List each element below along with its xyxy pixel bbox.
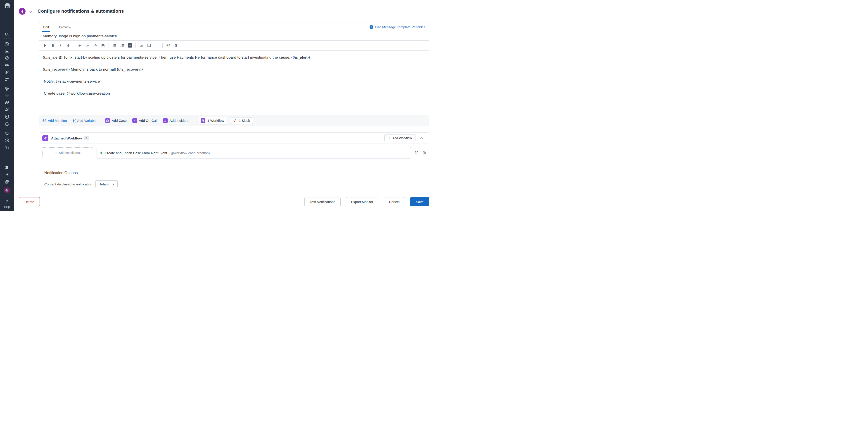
add-case-label: Add Case — [112, 119, 127, 122]
toolbar-divider — [135, 43, 136, 48]
workflow-name: Create and Enrich Case From Alert Event — [105, 151, 167, 155]
delete-workflow-trash-icon[interactable] — [422, 151, 426, 155]
case-icon — [105, 118, 110, 123]
sidebar-divider — [3, 129, 11, 129]
workflow-handle: (@workflow-case-creation) — [169, 151, 210, 155]
datadog-logo-icon[interactable] — [3, 2, 11, 11]
cancel-button[interactable]: Cancel — [384, 197, 405, 206]
notification-title-input[interactable]: Memory usage is high on payments-service — [39, 32, 429, 40]
status-dot — [100, 152, 102, 154]
use-template-variables-link[interactable]: ? Use Message Template Variables — [370, 22, 425, 32]
collapse-section-chevron-icon[interactable] — [420, 137, 424, 139]
task-list-button[interactable] — [127, 43, 133, 49]
insert-image-button[interactable] — [138, 43, 145, 49]
toolbar-divider — [108, 43, 109, 48]
editor-footer-bar: @ Add Mention {{ Add Variable Add Case A… — [39, 115, 429, 126]
llm-observability-icon[interactable] — [3, 121, 11, 127]
content-displayed-dropdown[interactable]: Default — [95, 180, 118, 188]
sidebar-divider — [3, 196, 11, 196]
tab-preview[interactable]: Preview — [59, 22, 71, 32]
software-catalog-icon[interactable] — [3, 100, 11, 106]
cross-org-icon[interactable] — [3, 179, 11, 185]
add-case-button[interactable]: Add Case — [105, 118, 127, 123]
variable-button[interactable]: {{ — [173, 43, 179, 49]
mention-button[interactable]: @ — [165, 43, 172, 49]
svg-text:1: 1 — [121, 44, 121, 45]
history-icon[interactable] — [3, 41, 11, 47]
add-incident-button[interactable]: Add Incident — [163, 118, 188, 123]
heading-button[interactable]: H — [42, 43, 49, 49]
slack-count-chip[interactable]: 1 Slack — [231, 117, 253, 124]
add-mention-link[interactable]: @ Add Mention — [42, 118, 67, 123]
insert-table-button[interactable] — [146, 43, 152, 49]
add-workflow-label: Add Workflow — [393, 136, 412, 140]
test-notifications-button[interactable]: Test Notifications — [304, 197, 340, 206]
attached-workflow-card: Attached Workflow 1 + Add Workflow + Add… — [39, 133, 429, 162]
horizontal-rule-button[interactable]: — — [154, 43, 160, 49]
watchdog-icon[interactable] — [3, 62, 11, 68]
message-body-editor[interactable]: {{#is_alert}} To fix, start by scaling u… — [39, 51, 429, 115]
mention-icon: @ — [42, 118, 46, 123]
workflow-icon — [42, 135, 49, 141]
ai-assistant-icon[interactable] — [3, 172, 11, 178]
code-block-button[interactable] — [100, 43, 106, 49]
monitors-icon[interactable] — [3, 55, 11, 61]
metrics-icon[interactable] — [3, 48, 11, 54]
inline-code-button[interactable]: </> — [92, 43, 98, 49]
add-incident-label: Add Incident — [169, 119, 188, 122]
workflow-icon — [200, 118, 205, 123]
step-collapse-chevron-icon[interactable] — [29, 10, 32, 14]
help-icon[interactable]: ? — [3, 198, 11, 205]
performance-icon[interactable] — [3, 137, 11, 144]
notification-options-heading: Notification Options — [44, 171, 78, 175]
sidebar-divider — [3, 38, 11, 39]
add-mention-label: Add Mention — [48, 119, 67, 122]
editor-toolbar: H B I S ” </> 12 — [39, 40, 429, 51]
ci-pipelines-icon[interactable] — [3, 106, 11, 113]
slack-chip-label: 1 Slack — [239, 119, 250, 122]
on-call-icon — [132, 118, 137, 123]
error-tracking-icon[interactable] — [3, 130, 11, 137]
tab-edit[interactable]: Edit — [43, 22, 50, 32]
link-button[interactable] — [77, 43, 83, 49]
add-on-call-button[interactable]: Add On-Call — [132, 118, 157, 123]
integrations-icon[interactable] — [3, 68, 11, 75]
workflows-icon[interactable] — [3, 76, 11, 82]
add-variable-label: Add Variable — [77, 119, 96, 122]
message-line: {{#is_recovery}} Memory is back to norma… — [43, 67, 425, 72]
plus-icon: + — [388, 137, 390, 139]
toolbar-divider — [74, 43, 74, 48]
add-variable-link[interactable]: {{ Add Variable — [73, 119, 96, 122]
add-conditional-label: Add conditional — [59, 151, 81, 154]
log-management-icon[interactable] — [3, 144, 11, 150]
attached-workflow-title: Attached Workflow — [51, 136, 82, 140]
incident-icon — [163, 118, 168, 123]
search-icon[interactable] — [3, 31, 11, 37]
add-workflow-button[interactable]: + Add Workflow — [384, 134, 415, 142]
notification-content-row: Content displayed in notification Defaul… — [44, 180, 118, 188]
italic-button[interactable]: I — [57, 43, 64, 49]
open-workflow-external-link-icon[interactable] — [414, 151, 418, 155]
logs-icon[interactable] — [3, 92, 11, 99]
strikethrough-button[interactable]: S — [65, 43, 71, 49]
numbered-list-button[interactable]: 12 — [119, 43, 125, 49]
add-conditional-button[interactable]: + Add conditional — [42, 147, 93, 158]
workflow-count-chip[interactable]: 1 Workflow — [199, 117, 227, 124]
bullet-list-button[interactable] — [111, 43, 118, 49]
add-on-call-label: Add On-Call — [139, 119, 157, 122]
infrastructure-icon[interactable] — [3, 86, 11, 92]
blockquote-button[interactable]: ” — [84, 43, 91, 49]
save-button[interactable]: Save — [410, 197, 429, 206]
plus-icon: + — [55, 150, 57, 155]
user-avatar[interactable] — [3, 187, 11, 193]
marketplace-icon[interactable] — [3, 164, 11, 171]
attached-workflow-item[interactable]: Create and Enrich Case From Alert Event … — [97, 147, 411, 159]
editor-tabs-row: Edit Preview ? Use Message Template Vari… — [39, 22, 429, 32]
delete-button[interactable]: Delete — [19, 197, 40, 206]
step-title: Configure notifications & automations — [37, 8, 124, 14]
security-icon[interactable] — [3, 113, 11, 120]
export-monitor-button[interactable]: Export Monitor — [346, 197, 379, 206]
help-circle-icon: ? — [370, 25, 373, 29]
bold-button[interactable]: B — [50, 43, 56, 49]
step-progress-line — [22, 0, 22, 197]
